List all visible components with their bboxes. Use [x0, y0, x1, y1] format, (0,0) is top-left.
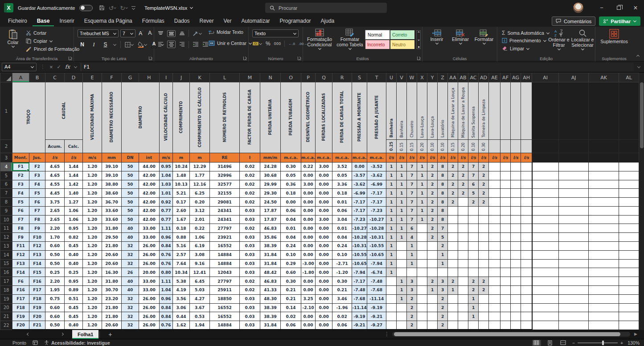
row-header-1[interactable]: 1 [0, 82, 12, 140]
cell[interactable]: 0.03 [240, 259, 260, 268]
cell[interactable]: 1.04 [160, 285, 173, 294]
cell[interactable]: 31.80 [102, 224, 122, 233]
cell[interactable]: 35.86 [260, 233, 281, 242]
column-header-D[interactable]: D [65, 73, 83, 82]
column-header-AB[interactable]: AB [458, 73, 468, 82]
find-select-button[interactable]: Localizar e Selecionar [570, 29, 595, 51]
cell[interactable] [417, 268, 427, 277]
cell[interactable] [417, 277, 427, 286]
cell[interactable]: 0.00 [316, 268, 332, 277]
cell[interactable]: F14 [29, 259, 45, 268]
cell[interactable]: -10.27 [367, 215, 386, 224]
cell[interactable]: -7.48 [367, 277, 386, 286]
cell[interactable]: 38.39 [260, 312, 281, 321]
cell[interactable]: 0.00 [301, 285, 316, 294]
cell[interactable] [489, 242, 500, 251]
cell[interactable]: 3.04 [332, 215, 352, 224]
empty-cell[interactable] [559, 294, 589, 303]
ribbon-tab-ficheiro[interactable]: Ficheiro [4, 16, 32, 26]
unit-header[interactable]: m/s [160, 153, 173, 163]
cell[interactable] [468, 250, 479, 259]
cell[interactable]: 0.18 [281, 189, 301, 198]
cell[interactable]: 0.00 [316, 259, 332, 268]
cell[interactable] [479, 303, 489, 312]
cell[interactable]: 29.99 [260, 180, 281, 189]
cell[interactable]: 0.25 [45, 268, 65, 277]
cell[interactable]: 0.40 [65, 250, 83, 259]
cell[interactable]: 0.95 [160, 163, 173, 171]
cell[interactable]: 0.04 [281, 233, 301, 242]
cell[interactable]: 2.60 [173, 206, 190, 215]
column-header-N[interactable]: N [260, 73, 281, 82]
cell[interactable] [511, 242, 521, 251]
cell[interactable]: F4 [12, 189, 29, 198]
cell[interactable]: 1.06 [65, 206, 83, 215]
row-header-12[interactable]: 12 [0, 233, 12, 242]
ribbon-tab-programador[interactable]: Programador [275, 16, 316, 26]
fill-button[interactable]: Preenchimento [500, 37, 548, 44]
cell[interactable] [521, 268, 532, 277]
cell[interactable]: -3.62 [352, 180, 367, 189]
column-header-AL[interactable]: AL [619, 73, 639, 82]
column-header-J[interactable]: J [173, 73, 190, 82]
vertical-scrollbar[interactable] [639, 73, 644, 330]
cell[interactable]: F7 [12, 215, 29, 224]
cell[interactable] [511, 163, 521, 171]
cell[interactable] [458, 259, 468, 268]
cell[interactable] [489, 198, 500, 207]
cell[interactable]: 21.80 [102, 242, 122, 251]
cell[interactable]: -9.19 [352, 312, 367, 321]
cell[interactable]: 0.60 [45, 312, 65, 321]
cell[interactable]: 40 [122, 233, 139, 242]
enter-icon[interactable]: ✓ [57, 64, 61, 70]
cell[interactable]: 0.77 [160, 215, 173, 224]
column-header-AJ[interactable]: AJ [559, 73, 589, 82]
cell[interactable]: -10.28 [352, 233, 367, 242]
accounting-format-icon[interactable] [252, 41, 262, 46]
cell[interactable]: 0.45 [65, 303, 83, 312]
empty-cell[interactable] [589, 321, 619, 330]
cell[interactable]: 0.00 [301, 215, 316, 224]
row-header-21[interactable]: 21 [0, 312, 12, 321]
fill-color-icon[interactable] [138, 41, 147, 48]
empty-cell[interactable] [619, 180, 639, 189]
cell[interactable] [427, 268, 438, 277]
cell[interactable] [479, 312, 489, 321]
cell[interactable]: 0.60 [281, 268, 301, 277]
row-header-17[interactable]: 17 [0, 277, 12, 286]
ribbon-tab-dados[interactable]: Dados [170, 16, 194, 26]
fixture-flow-header[interactable]: 0.10 [468, 140, 479, 153]
empty-cell[interactable] [532, 224, 559, 233]
cell[interactable] [468, 206, 479, 215]
cell[interactable]: 0.00 [301, 250, 316, 259]
share-button[interactable]: Partilhar [599, 16, 640, 26]
empty-cell[interactable] [589, 82, 619, 140]
borders-icon[interactable] [125, 42, 134, 48]
empty-cell[interactable] [532, 206, 559, 215]
cell[interactable] [386, 294, 397, 303]
cell[interactable]: 48.42 [260, 268, 281, 277]
cell[interactable]: 3.08 [190, 250, 210, 259]
cell[interactable]: 0.60 [45, 242, 65, 251]
cell[interactable]: -10.31 [352, 242, 367, 251]
unit-header[interactable]: m/s [83, 153, 102, 163]
cell[interactable]: 32 [122, 250, 139, 259]
empty-cell[interactable] [619, 198, 639, 207]
cell[interactable]: 1 [407, 259, 417, 268]
column-header-AD[interactable]: AD [479, 73, 489, 82]
unit-header[interactable]: l/s [489, 153, 500, 163]
cell[interactable]: 3.67 [190, 303, 210, 312]
cell[interactable] [521, 312, 532, 321]
cell[interactable]: 3.36 [332, 180, 352, 189]
empty-cell[interactable] [532, 82, 559, 140]
cell[interactable] [511, 321, 521, 330]
cell[interactable]: 12.41 [190, 268, 210, 277]
cell[interactable] [448, 224, 458, 233]
cell[interactable]: 1.20 [83, 250, 102, 259]
cell[interactable]: 10.13 [173, 180, 190, 189]
cell[interactable] [397, 321, 407, 330]
comments-button[interactable]: Comentários [552, 16, 595, 26]
cell[interactable] [458, 250, 468, 259]
fixture-header[interactable] [521, 82, 532, 140]
cell[interactable]: 38.39 [260, 242, 281, 251]
